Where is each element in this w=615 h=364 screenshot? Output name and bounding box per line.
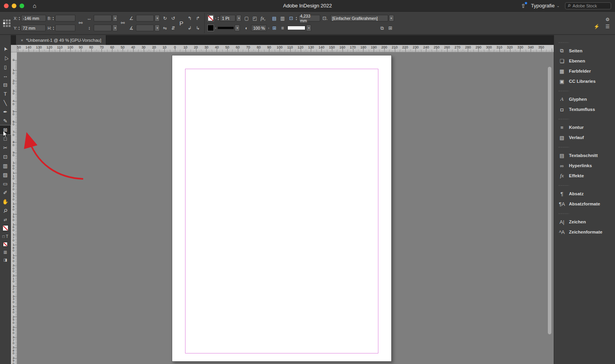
pen-tool[interactable]: ✒ [0,107,11,116]
vertical-ruler[interactable]: 01 02 03 04 05 06 07 08 09 01 0 01 1 01 … [11,52,17,364]
text-wrap-none-icon[interactable]: ▤ [271,16,278,21]
close-tab-icon[interactable]: × [21,38,23,43]
scale-x-dropdown[interactable]: ▾ [112,15,118,21]
flip-horizontal-icon[interactable]: ⇋ [161,25,168,31]
gpu-performance-icon[interactable]: ⚡ [593,24,600,29]
stroke-type-swatch[interactable] [217,27,234,29]
panel-menu-icon[interactable]: ☰ [604,24,611,29]
share-button[interactable]: ⇧ [521,3,526,9]
panel-button-kontur[interactable]: ≡Kontur [554,122,615,132]
stroke-color-arrow-icon[interactable]: › [215,16,216,20]
wrap-options-icon[interactable]: ⊞ [271,25,278,31]
y-position-field[interactable]: 72 mm [21,25,46,31]
width-stepper[interactable]: ▴▾ [53,16,54,21]
gradient-feather-tool[interactable]: ▨ [0,170,11,179]
screen-mode-icon[interactable]: ◨ [4,258,7,262]
page[interactable] [172,55,392,362]
panel-button-glyphen[interactable]: AGlyphen [554,94,615,104]
x-position-field[interactable]: -146 mm [21,15,46,21]
selection-tool[interactable]: ➤ [0,45,11,54]
close-window-button[interactable] [4,4,9,8]
link-scale-icon[interactable]: ⚯ [119,20,126,26]
formatting-affects-container-icon[interactable]: □ [2,234,5,239]
scale-y-dropdown[interactable]: ▾ [112,25,118,31]
corner-radius-stepper[interactable]: ▴▾ [296,16,297,21]
horizontal-ruler[interactable]: 1501401301201101009080706050403020100102… [17,45,554,52]
effects-icon[interactable]: fx, [259,15,266,21]
document-tab[interactable]: × *Unbenannt-1 @ 49 % [GPU-Vorschau] [16,35,106,45]
object-style-field[interactable]: [Einfacher Grafikrahmen] [330,15,388,21]
stroke-weight-stepper[interactable]: ▴▾ [217,16,219,21]
scale-y-field[interactable] [94,25,112,31]
content-collector-tool[interactable]: ⊟ [0,80,11,89]
scale-x-field[interactable] [94,15,112,21]
panel-button-zeichen[interactable]: A|Zeichen [554,217,615,227]
y-stepper[interactable]: ▴▾ [18,26,20,30]
quick-apply-swatch[interactable] [287,26,305,30]
rectangle-tool[interactable]: □ [0,134,11,143]
corner-options-icon[interactable]: ▢ [243,16,250,21]
text-wrap-bounding-icon[interactable]: ▥ [279,16,286,21]
home-icon[interactable]: ⌂ [33,2,36,9]
reference-point-proxy[interactable] [3,20,11,27]
wrap-to-icon[interactable]: ≡ [279,25,286,31]
corner-radius-field[interactable]: 4,233 mm [298,15,320,21]
page-tool[interactable]: ▯ [0,62,11,71]
panel-button-cc-libraries[interactable]: ▣CC Libraries [554,76,615,86]
select-previous-icon[interactable]: ↲ [186,25,193,31]
select-next-icon[interactable]: ↳ [194,25,201,31]
stroke-color-swatch[interactable] [208,15,214,21]
apply-gradient-icon[interactable]: ▥ [4,250,7,254]
eyedropper-tool[interactable]: ✐ [0,188,11,197]
export-options-icon[interactable]: ⊞ [387,25,394,31]
height-field[interactable] [55,25,75,31]
stroke-weight-dropdown[interactable]: ▾ [236,15,241,21]
zoom-tool[interactable]: ⚲ [0,206,11,215]
adobe-stock-search[interactable]: ⚲ Adobe Stock [565,2,611,9]
corner-shape-icon[interactable]: ◰ [251,16,258,21]
hand-tool[interactable]: ✋ [0,197,11,206]
panel-button-hyperlinks[interactable]: ∞Hyperlinks [554,161,615,171]
panel-button-verlauf[interactable]: ▧Verlauf [554,132,615,143]
minimize-window-button[interactable] [12,4,16,8]
fill-color-arrow-icon[interactable]: › [215,26,216,30]
zoom-window-button[interactable] [20,4,24,8]
rectangle-frame-tool[interactable]: ⊠ [0,125,11,134]
panel-button-textabschnitt[interactable]: ▤Textabschnitt [554,150,615,161]
fill-proxy-none[interactable] [3,225,8,231]
object-style-dropdown[interactable]: ▾ [389,15,394,21]
gear-icon[interactable]: ⚙ [604,17,611,22]
panel-button-effekte[interactable]: fxEffekte [554,171,615,181]
gradient-swatch-tool[interactable]: ▥ [0,161,11,170]
gap-tool[interactable]: ↔ [0,71,11,80]
stroke-proxy-none[interactable] [3,242,7,246]
stroke-type-dropdown[interactable]: ▾ [235,25,240,31]
shear-dropdown[interactable]: ▾ [155,25,160,31]
rotation-dropdown[interactable]: ▾ [155,15,160,21]
panel-button-absatzformate[interactable]: ¶AAbsatzformate [554,199,615,209]
quick-apply-dropdown[interactable]: ▾ [306,25,311,31]
panel-button-zeichenformate[interactable]: ᴬAZeichenformate [554,227,615,237]
select-container-icon[interactable]: ↰ [186,16,193,21]
x-stepper[interactable]: ▴▾ [19,16,20,21]
panel-button-textumfluss[interactable]: ◘Textumfluss [554,104,615,114]
panel-button-absatz[interactable]: ¶Absatz [554,189,615,199]
frame-fitting-icon[interactable]: ⊡. [322,16,329,21]
ruler-origin-box[interactable] [11,45,17,52]
panel-button-ebenen[interactable]: ❏Ebenen [554,56,615,66]
note-tool[interactable]: ▭ [0,179,11,188]
line-tool[interactable]: ╲ [0,98,11,107]
rotation-field[interactable] [136,15,154,21]
scissors-tool[interactable]: ✂ [0,143,11,152]
workspace-switcher[interactable]: Typografie ⌄ [531,3,560,9]
select-content-icon[interactable]: ↱ [194,16,201,21]
formatting-affects-text-icon[interactable]: T [6,234,8,239]
shear-field[interactable] [136,25,154,31]
pencil-tool[interactable]: ✎ [0,116,11,125]
height-stepper[interactable]: ▴▾ [53,26,54,30]
rotate-cw-icon[interactable]: ↻ [161,16,168,21]
import-options-icon[interactable]: ⧉ [379,25,386,31]
vertical-scrollbar[interactable] [548,67,551,334]
free-transform-tool[interactable]: ⊡ [0,152,11,161]
direct-selection-tool[interactable]: ▷ [0,54,11,62]
